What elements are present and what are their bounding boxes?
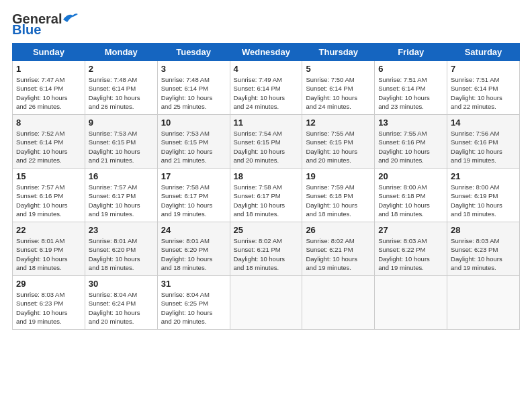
calendar-day-2: 2Sunrise: 7:48 AMSunset: 6:14 PMDaylight… [85,61,157,115]
calendar-day-23: 23Sunrise: 8:01 AMSunset: 6:20 PMDayligh… [85,222,157,276]
calendar-table: SundayMondayTuesdayWednesdayThursdayFrid… [12,43,520,330]
calendar-day-26: 26Sunrise: 8:02 AMSunset: 6:21 PMDayligh… [302,222,375,276]
calendar-empty-cell [375,276,447,330]
header-cell-thursday: Thursday [302,44,375,61]
calendar-day-1: 1Sunrise: 7:47 AMSunset: 6:14 PMDaylight… [13,61,85,115]
calendar-day-17: 17Sunrise: 7:58 AMSunset: 6:17 PMDayligh… [157,169,230,222]
calendar-header-row: SundayMondayTuesdayWednesdayThursdayFrid… [13,44,520,61]
calendar-week-2: 8Sunrise: 7:52 AMSunset: 6:14 PMDaylight… [13,115,520,169]
calendar-day-11: 11Sunrise: 7:54 AMSunset: 6:15 PMDayligh… [230,115,302,169]
calendar-day-5: 5Sunrise: 7:50 AMSunset: 6:14 PMDaylight… [302,61,375,115]
calendar-day-30: 30Sunrise: 8:04 AMSunset: 6:24 PMDayligh… [85,276,157,330]
header-cell-tuesday: Tuesday [157,44,230,61]
calendar-empty-cell [302,276,375,330]
calendar-week-4: 22Sunrise: 8:01 AMSunset: 6:19 PMDayligh… [13,222,520,276]
calendar-day-3: 3Sunrise: 7:48 AMSunset: 6:14 PMDaylight… [157,61,230,115]
header-cell-wednesday: Wednesday [230,44,302,61]
calendar-day-10: 10Sunrise: 7:53 AMSunset: 6:15 PMDayligh… [157,115,230,169]
calendar-day-21: 21Sunrise: 8:00 AMSunset: 6:19 PMDayligh… [447,169,520,222]
calendar-day-4: 4Sunrise: 7:49 AMSunset: 6:14 PMDaylight… [230,61,302,115]
calendar-day-27: 27Sunrise: 8:03 AMSunset: 6:22 PMDayligh… [375,222,447,276]
logo: General Blue [12,12,78,36]
calendar-day-19: 19Sunrise: 7:59 AMSunset: 6:18 PMDayligh… [302,169,375,222]
calendar-day-8: 8Sunrise: 7:52 AMSunset: 6:14 PMDaylight… [13,115,85,169]
calendar-day-12: 12Sunrise: 7:55 AMSunset: 6:15 PMDayligh… [302,115,375,169]
calendar-day-24: 24Sunrise: 8:01 AMSunset: 6:20 PMDayligh… [157,222,230,276]
calendar-day-13: 13Sunrise: 7:55 AMSunset: 6:16 PMDayligh… [375,115,447,169]
calendar-day-18: 18Sunrise: 7:58 AMSunset: 6:17 PMDayligh… [230,169,302,222]
calendar-week-3: 15Sunrise: 7:57 AMSunset: 6:16 PMDayligh… [13,169,520,222]
calendar-week-1: 1Sunrise: 7:47 AMSunset: 6:14 PMDaylight… [13,61,520,115]
page: General Blue SundayMondayTuesdayWednesda… [0,0,532,336]
calendar-day-29: 29Sunrise: 8:03 AMSunset: 6:23 PMDayligh… [13,276,85,330]
calendar-day-25: 25Sunrise: 8:02 AMSunset: 6:21 PMDayligh… [230,222,302,276]
calendar-day-31: 31Sunrise: 8:04 AMSunset: 6:25 PMDayligh… [157,276,230,330]
calendar-week-5: 29Sunrise: 8:03 AMSunset: 6:23 PMDayligh… [13,276,520,330]
logo-bird-icon [63,13,78,22]
calendar-day-20: 20Sunrise: 8:00 AMSunset: 6:18 PMDayligh… [375,169,447,222]
header-cell-friday: Friday [375,44,447,61]
header-cell-sunday: Sunday [13,44,85,61]
calendar-day-14: 14Sunrise: 7:56 AMSunset: 6:16 PMDayligh… [447,115,520,169]
header-cell-monday: Monday [85,44,157,61]
calendar-day-7: 7Sunrise: 7:51 AMSunset: 6:14 PMDaylight… [447,61,520,115]
calendar-day-6: 6Sunrise: 7:51 AMSunset: 6:14 PMDaylight… [375,61,447,115]
calendar-empty-cell [447,276,520,330]
calendar-day-28: 28Sunrise: 8:03 AMSunset: 6:23 PMDayligh… [447,222,520,276]
header: General Blue [12,12,520,36]
header-cell-saturday: Saturday [447,44,520,61]
calendar-empty-cell [230,276,302,330]
calendar-day-9: 9Sunrise: 7:53 AMSunset: 6:15 PMDaylight… [85,115,157,169]
calendar-day-22: 22Sunrise: 8:01 AMSunset: 6:19 PMDayligh… [13,222,85,276]
calendar-day-16: 16Sunrise: 7:57 AMSunset: 6:17 PMDayligh… [85,169,157,222]
logo-blue: Blue [12,23,41,36]
calendar-body: 1Sunrise: 7:47 AMSunset: 6:14 PMDaylight… [13,61,520,330]
calendar-day-15: 15Sunrise: 7:57 AMSunset: 6:16 PMDayligh… [13,169,85,222]
